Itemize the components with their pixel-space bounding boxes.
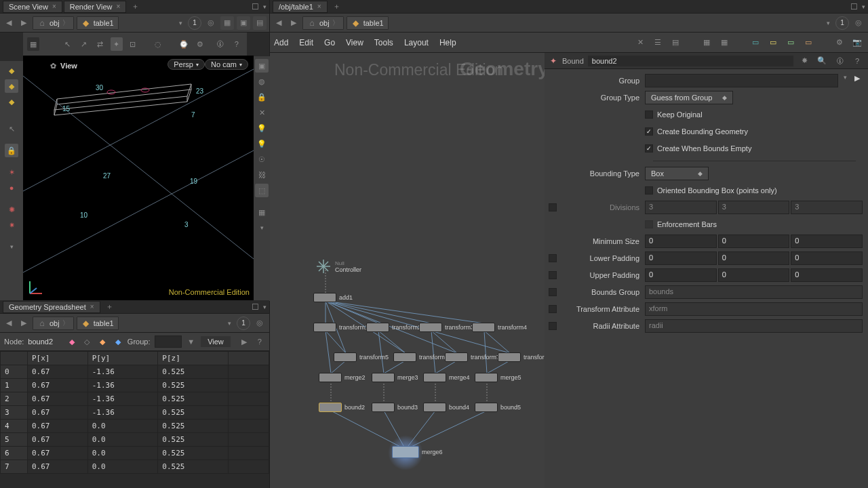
- toggle-xform[interactable]: [549, 305, 557, 313]
- folder-icon[interactable]: ▭: [802, 36, 815, 49]
- add-tab-icon[interactable]: ＋: [102, 300, 117, 313]
- back-icon[interactable]: ◀: [273, 18, 285, 27]
- select-tool[interactable]: ↖: [5, 122, 18, 136]
- rshelf-2[interactable]: ◍: [255, 75, 269, 88]
- toggle-bgroup[interactable]: [549, 288, 557, 296]
- col-header[interactable]: P[y]: [87, 352, 158, 365]
- lowerpad-x[interactable]: 0: [645, 251, 717, 265]
- lock-icon[interactable]: 🔒: [5, 144, 18, 157]
- spreadsheet-table[interactable]: P[x]P[y]P[z]00.67-1.360.52510.67-1.360.5…: [0, 351, 269, 488]
- menu-icon[interactable]: ▾: [260, 302, 269, 312]
- path-obj[interactable]: ⌂obj〉: [33, 16, 74, 30]
- sticky-icon[interactable]: ▭: [766, 36, 780, 49]
- close-icon[interactable]: ×: [52, 3, 56, 10]
- path-dropdown[interactable]: ▾: [823, 20, 833, 26]
- cell[interactable]: 0.67: [28, 433, 88, 447]
- node-transform4[interactable]: transform4: [472, 323, 527, 332]
- vp-tool-8[interactable]: ⚙: [194, 37, 206, 51]
- node-bound2[interactable]: bound2: [319, 403, 365, 412]
- node-merge3[interactable]: merge3: [372, 373, 418, 382]
- minsize-y[interactable]: 0: [718, 235, 790, 248]
- chk-enforcement[interactable]: Enforcement Bars: [645, 219, 863, 230]
- row-index[interactable]: 0: [1, 365, 28, 379]
- bounding-type-combo[interactable]: Box◆: [645, 167, 709, 180]
- tab-geo-spreadsheet[interactable]: Geometry Spreadsheet×: [3, 301, 100, 313]
- tab-scene-view[interactable]: Scene View×: [3, 1, 62, 13]
- group-field[interactable]: [645, 74, 838, 87]
- divisions-z[interactable]: 3: [791, 201, 863, 214]
- shelf-tool-2[interactable]: ◆: [5, 79, 18, 93]
- box-icon[interactable]: ☐: [250, 2, 260, 12]
- shelf-tool-b[interactable]: ●: [5, 181, 18, 195]
- vp-tool-6[interactable]: ◌: [152, 37, 164, 51]
- grid-icon[interactable]: ▦: [27, 37, 39, 51]
- shelf-tool-1[interactable]: ◆: [5, 64, 18, 77]
- row-index[interactable]: 1: [1, 379, 28, 392]
- row-index[interactable]: 5: [1, 433, 28, 447]
- menu-icon[interactable]: ▾: [260, 2, 269, 12]
- vp-tool-1[interactable]: ↖: [61, 37, 73, 51]
- attr-points-icon[interactable]: ◆: [66, 335, 77, 348]
- attr-verts-icon[interactable]: ◇: [81, 335, 93, 348]
- node-merge5[interactable]: merge5: [475, 373, 521, 382]
- back-icon[interactable]: ◀: [3, 319, 15, 327]
- shelf-tool-a[interactable]: ✶: [5, 165, 18, 179]
- take-counter[interactable]: 1: [237, 317, 250, 330]
- path-obj[interactable]: ⌂obj〉: [33, 317, 74, 330]
- cell[interactable]: 0.0: [87, 447, 158, 460]
- target-icon[interactable]: ◎: [253, 317, 267, 330]
- menu-icon[interactable]: ▾: [859, 2, 868, 12]
- rshelf-1[interactable]: ▣: [255, 59, 269, 73]
- upperpad-y[interactable]: 0: [718, 268, 790, 282]
- cell[interactable]: 0.525: [158, 379, 229, 392]
- search-icon[interactable]: 🔍: [815, 54, 829, 68]
- cell[interactable]: 0.525: [158, 460, 229, 474]
- row-index[interactable]: 3: [1, 406, 28, 420]
- path-node[interactable]: ◆table1: [347, 16, 389, 30]
- cell[interactable]: 0.67: [28, 447, 88, 460]
- image-icon[interactable]: ▭: [784, 36, 797, 49]
- cell[interactable]: 0.0: [87, 420, 158, 433]
- cell[interactable]: -1.36: [87, 392, 158, 406]
- cell[interactable]: 0.67: [28, 379, 88, 392]
- shelf-tool-3[interactable]: ◆: [5, 95, 18, 108]
- toggle-lowerpad[interactable]: [549, 254, 557, 262]
- row-index[interactable]: 6: [1, 447, 28, 460]
- group-input[interactable]: [155, 336, 182, 348]
- shelf-tool-d[interactable]: ✷: [5, 218, 18, 232]
- col-header[interactable]: P[x]: [28, 352, 88, 365]
- tab-network[interactable]: /obj/table1×: [273, 1, 328, 13]
- help-icon[interactable]: ?: [850, 54, 864, 68]
- cell[interactable]: 0.67: [28, 406, 88, 420]
- xform-attr-field[interactable]: xform: [645, 302, 863, 316]
- node-transform6[interactable]: transform6: [393, 352, 448, 362]
- node-controller[interactable]: NullController: [315, 258, 361, 275]
- group-menu[interactable]: ▾: [840, 74, 850, 87]
- node-transform1[interactable]: transform1: [313, 323, 368, 332]
- list-icon[interactable]: ☰: [651, 36, 665, 49]
- list-icon-2[interactable]: ▤: [669, 36, 682, 49]
- minsize-x[interactable]: 0: [645, 235, 717, 248]
- cell[interactable]: 0.67: [28, 420, 88, 433]
- cell[interactable]: 0.0: [87, 433, 158, 447]
- vp-tool-3[interactable]: ⇄: [94, 37, 106, 51]
- close-icon[interactable]: ×: [90, 303, 94, 310]
- node-bound4[interactable]: bound4: [423, 403, 469, 412]
- row-index[interactable]: 7: [1, 460, 28, 474]
- vp-tool-7[interactable]: ⌚: [177, 37, 189, 51]
- take-counter[interactable]: 1: [835, 16, 849, 30]
- minsize-z[interactable]: 0: [791, 235, 863, 248]
- back-icon[interactable]: ◀: [3, 18, 15, 27]
- grid-icon[interactable]: ▦: [700, 36, 713, 49]
- node-transform3[interactable]: transform3: [419, 323, 474, 332]
- shelf-tool-c[interactable]: ✺: [5, 203, 18, 216]
- vp-tool-2[interactable]: ↗: [77, 37, 90, 51]
- target-icon[interactable]: ◎: [852, 16, 865, 30]
- grid-icon-2[interactable]: ▦: [717, 36, 731, 49]
- radii-attr-field[interactable]: radii: [645, 319, 863, 333]
- attr-detail-icon[interactable]: ◆: [112, 335, 123, 348]
- toggle-upperpad[interactable]: [549, 271, 557, 279]
- path-node[interactable]: ◆table1: [77, 317, 119, 330]
- menu-add[interactable]: Add: [274, 38, 288, 47]
- menu-help[interactable]: Help: [439, 38, 456, 47]
